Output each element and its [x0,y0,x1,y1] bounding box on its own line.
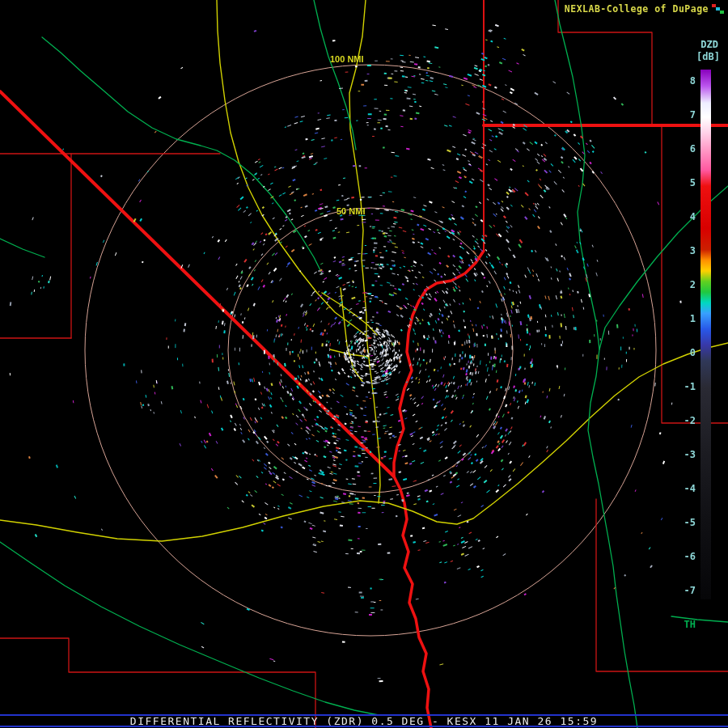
colorbar-tick: 3 [660,245,696,256]
colorbar-threshold-label: TH [660,619,696,630]
range-ring-label-100nmi: 100 NMI [330,54,364,64]
brand-text: NEXLAB-College of DuPage [565,3,709,15]
colorbar-tick: -6 [660,551,696,562]
colorbar-tick: -3 [660,449,696,460]
colorbar-product-label: DZD [700,39,718,50]
colorbar-tick: -7 [660,585,696,596]
colorbar-tick: -5 [660,517,696,528]
colorbar-units-label: [dB] [696,51,720,62]
status-bar-text: DIFFERENTIAL REFLECTIVITY (ZDR) 0.5 DEG … [0,715,728,726]
colorbar-tick: 7 [660,109,696,121]
cod-logo-icon [712,4,725,15]
colorbar-tick: 1 [660,313,696,324]
range-ring-label-50nmi: 50 NMI [336,206,365,216]
colorbar-tick: 5 [660,177,696,188]
colorbar-tick: 4 [660,211,696,222]
colorbar-tick: 8 [660,75,696,87]
colorbar-tick: 2 [660,279,696,290]
colorbar-tick: -2 [660,415,696,426]
colorbar-tick: -1 [660,381,696,392]
colorbar-tick: -4 [660,483,696,494]
radar-map-canvas [0,0,728,728]
colorbar-tick: 0 [660,347,696,358]
status-bar-bottom-line [0,726,728,727]
colorbar-gradient [700,70,711,599]
colorbar-tick: 6 [660,143,696,154]
